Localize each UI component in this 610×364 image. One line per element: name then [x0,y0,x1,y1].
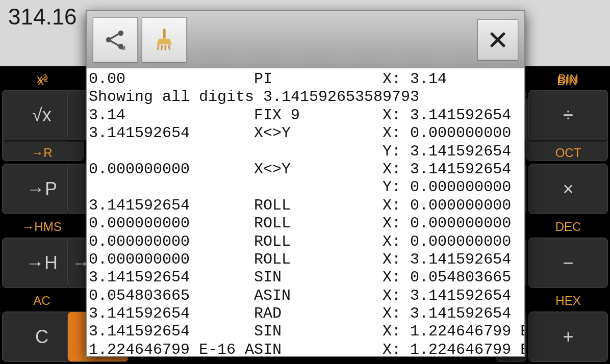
log-line: 3.141592654 SIN X: 0.054803665 [89,269,522,287]
log-line: 3.141592654 ROLL X: 0.000000000 [89,197,522,215]
log-line: 0.000000000 X<>Y X: 3.141592654 [89,161,522,178]
log-line: 3.14 FIX 9 X: 3.141592654 [89,107,522,124]
key-plus[interactable]: + [528,311,608,362]
right-key-column: BIN ÷ OCT × DEC − HEX + [528,68,608,362]
close-button[interactable] [477,19,518,60]
lbl-BIN: BIN [528,68,608,90]
svg-line-4 [111,41,119,45]
svg-point-1 [118,30,123,35]
log-line: Showing all digits 3.141592653589793 [89,88,522,106]
modal-header [87,11,524,68]
log-line: 3.141592654 X<>Y X: 0.000000000 [89,124,522,142]
display-value: 314.16 [8,4,77,29]
close-icon [488,30,508,50]
lbl-OCT: OCT [528,142,608,164]
calculator-app: 314.16 x² A G BIN √x ÷ x² √x →R →P →HMS … [0,0,610,364]
svg-line-8 [162,45,162,50]
log-line: 3.141592654 RAD X: 3.141592654 [89,305,522,323]
log-line: 0.00 PI X: 3.14 [89,70,522,88]
log-line: Y: 0.000000000 [89,178,522,196]
lbl-DEC: DEC [528,216,608,238]
log-line: 1.224646799 E-16 ASIN X: 1.224646799 E-1… [89,341,522,356]
share-icon [102,27,129,53]
log-line: 0.054803665 ASIN X: 3.141592654 [89,287,522,305]
key-multiply[interactable]: × [528,164,608,214]
lbl-HEX: HEX [528,290,608,311]
log-line: Y: 3.141592654 [89,143,522,161]
svg-line-10 [169,45,170,49]
log-line: 0.000000000 ROLL X: 0.000000000 [89,215,522,232]
log-line: 0.000000000 ROLL X: 3.141592654 [89,251,522,269]
log-line: 3.141592654 SIN X: 1.224646799 E-16 [89,323,522,341]
broom-icon [151,27,177,53]
key-divide[interactable]: ÷ [528,90,608,140]
svg-rect-6 [163,29,166,39]
history-modal: 0.00 PI X: 3.14Showing all digits 3.1415… [86,10,525,357]
clear-button[interactable] [142,17,187,62]
log-line: 0.000000000 ROLL X: 0.000000000 [89,233,522,251]
svg-line-7 [158,45,159,49]
key-minus[interactable]: − [528,238,608,288]
share-button[interactable] [93,17,138,62]
svg-line-3 [111,34,119,38]
history-log[interactable]: 0.00 PI X: 3.14Showing all digits 3.1415… [87,68,524,356]
